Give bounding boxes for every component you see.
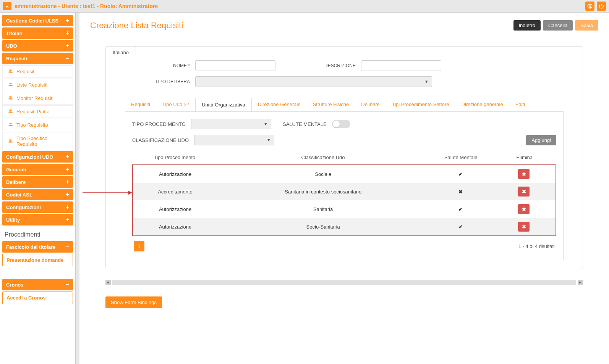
sidebar-group[interactable]: Titolari+ [2,27,73,39]
horizontal-scrollbar[interactable]: ◄ ► [105,280,583,285]
globe-icon[interactable] [585,2,594,11]
tab[interactable]: Direzione generale [455,98,509,111]
nome-label: NOME * [148,63,190,68]
classificazione-udo-label: CLASSIFICAZIONE UDO [132,137,189,143]
x-icon: ✖ [458,189,463,195]
tab[interactable]: Tipi Procedimento Settore [386,98,455,111]
sidebar-group-label: Requisiti [6,56,27,61]
delete-button[interactable]: ✖ [518,169,530,179]
table-header: Salute Mentale [429,151,493,164]
sidebar-item[interactable]: Tipo Specifico Requisito [2,132,73,150]
descrizione-input[interactable] [361,60,441,71]
user-icon [8,69,13,74]
sidebar-group-label: Utility [6,217,20,223]
cancel-button[interactable]: Cancella [543,20,573,31]
sidebar-group[interactable]: Configurazioni UDO+ [2,151,73,163]
sidebar-group-label: Titolari [6,31,23,36]
sidebar-group[interactable]: Generali+ [2,164,73,175]
sidebar: Gestione Codici ULSS+Titolari+UDO+ Requi… [0,13,76,364]
sidebar-item[interactable]: Monitor Requisiti [2,92,73,105]
plus-icon: + [66,179,69,185]
sidebar-item-label: Liste Requisiti [16,82,47,88]
sidebar-group[interactable]: Delibere+ [2,176,73,188]
topbar-back-button[interactable]: « [3,2,11,10]
tipo-procedimento-select[interactable] [191,119,271,129]
salute-mentale-label: SALUTE MENTALE [283,121,327,127]
svg-point-5 [10,96,11,98]
save-button[interactable]: Salva [575,20,598,31]
table-header: Classificazione Udo [217,151,429,164]
delete-button[interactable]: ✖ [518,222,530,232]
form-card: Italiano NOME * DESCRIZIONE TIPO DELIBER… [105,46,583,268]
tipo-delibera-select[interactable] [195,76,432,87]
scroll-left-icon[interactable]: ◄ [105,280,111,285]
sidebar-item-label: Monitor Requisiti [16,95,53,101]
data-table: Tipo ProcedimentoClassificazione UdoSalu… [132,151,556,164]
user-icon [8,109,13,114]
cell-tipo: Autorizzazione [133,218,217,235]
sidebar-item[interactable]: Requisiti Piatta [2,105,73,118]
tab[interactable]: Unità Organizzativa [195,98,251,112]
minus-icon: − [66,282,69,288]
user-icon [8,82,13,88]
table-row: Autorizzazione Sociale ✔ ✖ [133,165,556,183]
sidebar-group-fascicolo[interactable]: Fascicolo del titolare − [2,241,73,253]
plus-icon: + [66,166,69,172]
show-form-bindings-button[interactable]: Show Form Bindings [105,296,162,308]
tab[interactable]: Strutture Fisiche [307,98,355,111]
sidebar-link-accedi-cronos[interactable]: Accedi a Cronos [2,292,73,304]
salute-mentale-toggle[interactable] [332,120,350,128]
cell-tipo: Autorizzazione [133,200,217,218]
sidebar-item[interactable]: Liste Requisiti [2,79,73,91]
tab[interactable]: Tipo Udo 22 [156,98,195,111]
table-header: Tipo Procedimento [132,151,217,164]
tabs: RequisitiTipo Udo 22Unità OrganizzativaD… [125,98,564,112]
classificazione-udo-select[interactable] [194,135,274,145]
tab[interactable]: Requisiti [125,98,156,111]
sidebar-item[interactable]: Tipo Requisito [2,119,73,131]
cell-classificazione: Sanitaria [217,200,429,218]
minus-icon: − [66,244,69,250]
topbar-title: amministrazione - Utente : test1 - Ruolo… [15,3,158,9]
svg-point-9 [10,123,11,124]
tab[interactable]: Edifi [509,98,531,111]
user-icon [8,122,13,128]
page-1-button[interactable]: 1 [134,241,144,251]
sidebar-link-presentazione[interactable]: Presentazione domande [2,254,73,266]
sidebar-group-label: Configurazioni [6,205,41,210]
plus-icon: + [66,204,69,210]
tipo-procedimento-label: TIPO PROCEDIMENTO [132,121,186,127]
aggiungi-button[interactable]: Aggiungi [526,135,556,145]
cell-salute: ✔ [429,218,492,235]
sidebar-group[interactable]: UDO+ [2,40,73,52]
language-tab[interactable]: Italiano [105,46,136,58]
svg-point-6 [11,97,12,98]
sidebar-group[interactable]: Configurazioni+ [2,201,73,213]
sidebar-group[interactable]: Gestione Codici ULSS+ [2,15,73,26]
delete-button[interactable]: ✖ [518,204,530,214]
svg-point-10 [11,123,12,124]
cell-tipo: Autorizzazione [133,165,217,183]
plus-icon: + [66,30,69,36]
tab[interactable]: Delibere [355,98,385,111]
back-button[interactable]: Indietro [513,20,541,31]
power-icon[interactable] [597,2,606,11]
page-info: 1 - 4 di 4 risultati [518,243,555,249]
plus-icon: + [66,217,69,223]
sidebar-group-cronos[interactable]: Cronos − [2,279,73,290]
plus-icon: + [66,192,69,198]
sidebar-group-requisiti[interactable]: Requisiti − [2,53,73,64]
table-row: Autorizzazione Socio-Sanitaria ✔ ✖ [133,218,556,235]
sidebar-group[interactable]: Utility+ [2,214,73,225]
sidebar-group-label: Cronos [6,282,24,288]
delete-button[interactable]: ✖ [518,187,530,196]
sidebar-item[interactable]: Requisiti [2,65,73,78]
sidebar-group[interactable]: Codici ASL+ [2,189,73,200]
nome-input[interactable] [195,60,275,71]
cell-elimina: ✖ [492,218,556,235]
page-title: Creazione Lista Requisiti [90,21,183,31]
scroll-right-icon[interactable]: ► [578,280,583,285]
tab[interactable]: Direzione Generale [252,98,307,111]
main-content: Creazione Lista Requisiti Indietro Cance… [79,13,609,364]
svg-point-2 [11,70,12,71]
